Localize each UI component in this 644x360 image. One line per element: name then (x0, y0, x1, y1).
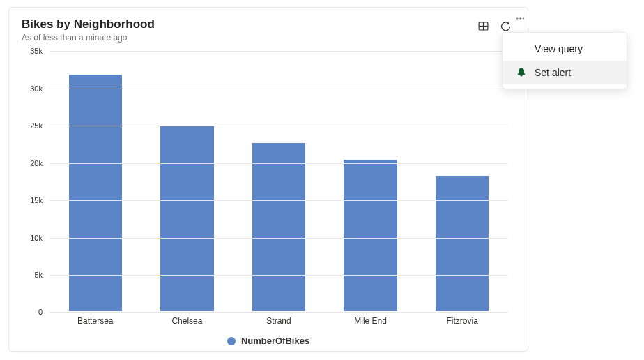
more-options-menu: View query Set alert (502, 32, 627, 89)
gridline (49, 51, 508, 52)
menu-item-label: Set alert (535, 67, 571, 78)
gridline (49, 89, 508, 89)
gridline (49, 312, 508, 313)
title-block: Bikes by Neighborhood As of less than a … (22, 17, 155, 43)
menu-item-view-query[interactable]: View query (503, 37, 627, 61)
y-tick-label: 10k (22, 234, 45, 242)
more-icon (514, 13, 526, 27)
menu-item-set-alert[interactable]: Set alert (503, 61, 627, 84)
y-tick-label: 15k (22, 196, 45, 204)
open-table-button[interactable] (473, 17, 493, 37)
y-tick-label: 5k (22, 271, 45, 279)
bars-layer (49, 51, 508, 312)
table-icon (477, 20, 489, 35)
chart-legend: NumberOfBikes (22, 336, 515, 346)
svg-point-3 (516, 17, 518, 19)
y-tick-label: 20k (22, 159, 45, 167)
svg-point-4 (519, 17, 521, 19)
gridline (49, 275, 508, 276)
y-tick-label: 0 (22, 308, 45, 316)
bar-chelsea[interactable] (160, 126, 213, 311)
gridline (49, 238, 508, 239)
y-tick-label: 35k (22, 47, 45, 55)
card-header: Bikes by Neighborhood As of less than a … (22, 17, 515, 43)
x-tick-label: Chelsea (171, 316, 202, 326)
bell-icon (515, 66, 528, 79)
card-title: Bikes by Neighborhood (22, 17, 155, 31)
legend-swatch (227, 337, 236, 345)
svg-point-5 (522, 17, 523, 19)
bar-strand[interactable] (252, 143, 305, 311)
y-axis: 05k10k15k20k25k30k35k (22, 51, 45, 312)
menu-item-label: View query (535, 43, 583, 54)
x-tick-label: Strand (266, 316, 291, 326)
legend-series-label: NumberOfBikes (241, 336, 309, 346)
x-tick-label: Fitzrovia (447, 316, 478, 326)
card-subtitle: As of less than a minute ago (22, 33, 155, 43)
gridline (49, 200, 508, 201)
gridline (49, 126, 508, 126)
x-tick-label: Battersea (77, 316, 113, 326)
bar-fitzrovia[interactable] (436, 176, 489, 311)
more-options-button[interactable] (510, 10, 530, 29)
menu-item-icon-placeholder (515, 43, 528, 55)
bar-battersea[interactable] (69, 75, 122, 312)
y-tick-label: 30k (22, 84, 45, 93)
x-axis: BatterseaChelseaStrandMile EndFitzrovia (49, 315, 508, 330)
chart-plot-area: 05k10k15k20k25k30k35k (22, 51, 515, 312)
gridline (49, 163, 508, 164)
chart-card: Bikes by Neighborhood As of less than a … (8, 7, 528, 352)
bar-mile-end[interactable] (344, 160, 397, 311)
plot-region (49, 51, 508, 312)
x-tick-label: Mile End (354, 316, 387, 326)
y-tick-label: 25k (22, 121, 45, 130)
